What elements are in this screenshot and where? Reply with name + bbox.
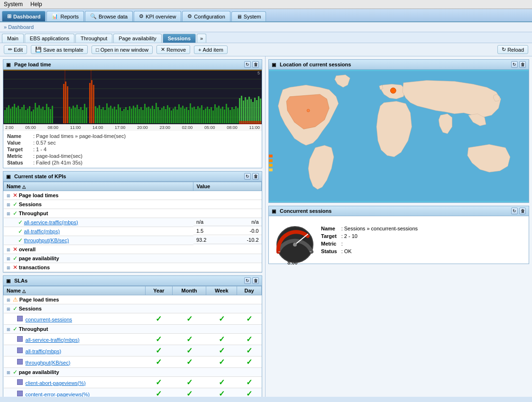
kpi-collapse-icon[interactable]: ▣	[6, 174, 10, 179]
status-icon-green: ✓	[13, 210, 18, 217]
status-icon-red: ✕	[13, 192, 18, 199]
expand-icon[interactable]: ⊞	[7, 193, 10, 198]
target-label: Target	[7, 146, 33, 152]
save-as-template-button[interactable]: 💾 Save as template	[31, 45, 88, 54]
kpi-widget: ▣ Current state of KPIs ↻ 🗑 Name △ Value	[3, 171, 262, 273]
sub-tab-page-avail[interactable]: Page availability	[113, 34, 162, 43]
sla-collapse-icon[interactable]: ▣	[6, 278, 10, 283]
kpi-link[interactable]: all-traffic(mbps)	[24, 228, 60, 234]
remove-button[interactable]: ✕ Remove	[156, 45, 190, 54]
sla-link[interactable]: content-error-pageviews(%)	[26, 392, 90, 397]
nav-tab-system[interactable]: 🖥 System	[231, 11, 266, 21]
sub-tab-more[interactable]: »	[197, 34, 206, 43]
svg-rect-12	[14, 104, 15, 123]
table-row: ⊞ ✓ Throughput	[4, 209, 262, 218]
expand-icon[interactable]: ⊞	[7, 211, 10, 216]
svg-rect-69	[133, 106, 134, 123]
sla-check-week: ✓	[206, 377, 237, 388]
svg-rect-67	[129, 106, 130, 123]
sub-tab-sessions[interactable]: Sessions	[163, 34, 196, 43]
svg-rect-89	[171, 110, 172, 123]
svg-rect-72	[138, 109, 140, 123]
breadcrumb-link[interactable]: Dashboard	[8, 24, 34, 30]
page-load-delete-btn[interactable]: 🗑	[252, 61, 259, 68]
open-new-window-button[interactable]: □ Open in new window	[92, 46, 153, 54]
concurrent-metric-value: :	[340, 240, 419, 247]
expand-icon[interactable]: ⊞	[7, 265, 10, 270]
row-label: Sessions	[19, 201, 42, 207]
kpi-refresh-btn[interactable]: ↻	[244, 173, 251, 180]
nav-tab-dashboard[interactable]: ⊞ Dashboard	[2, 11, 46, 21]
expand-icon[interactable]: ⊞	[7, 327, 10, 332]
sla-link[interactable]: all-traffic(mbps)	[26, 348, 62, 354]
kpi-delete-btn[interactable]: 🗑	[252, 173, 259, 180]
page-load-time-header: ▣ Page load time ↻ 🗑	[3, 60, 262, 70]
kpi-link[interactable]: all-service-traffic(mbps)	[24, 219, 78, 225]
row-label: Page load times	[19, 297, 59, 302]
concurrent-delete-btn[interactable]: 🗑	[519, 208, 526, 214]
row-label: overall	[19, 247, 36, 252]
sub-tab-main[interactable]: Main	[2, 34, 24, 43]
sub-tab-ebs[interactable]: EBS applications	[25, 34, 74, 43]
menu-system[interactable]: System	[4, 1, 23, 8]
sla-check-year: ✓	[146, 345, 173, 356]
sub-tab-throughput[interactable]: Throughput	[75, 34, 112, 43]
sla-table: Name △ Year Month Week Day ⊞ ⚠	[3, 286, 262, 397]
row-label: Sessions	[19, 306, 42, 311]
sla-link[interactable]: concurrent-sessions	[26, 317, 72, 322]
sla-link[interactable]: client-abort-pageviews(%)	[26, 380, 86, 386]
table-row: all-service-traffic(mbps) ✓ ✓ ✓ ✓	[4, 334, 262, 345]
sla-delete-btn[interactable]: 🗑	[252, 277, 259, 284]
table-row: ⊞ ✓ page availability	[4, 254, 262, 263]
location-refresh-btn[interactable]: ↻	[511, 61, 518, 68]
concurrent-status-label: Status	[320, 248, 339, 255]
location-collapse-icon[interactable]: ▣	[272, 62, 276, 67]
expand-icon[interactable]: ⊞	[7, 298, 10, 302]
sla-refresh-btn[interactable]: ↻	[244, 277, 251, 284]
svg-rect-54	[104, 110, 106, 123]
sla-check-day: ✓	[237, 377, 262, 388]
expand-icon[interactable]: ⊞	[7, 307, 10, 311]
page-load-chart-svg	[3, 70, 261, 124]
nav-tab-reports[interactable]: 📊 Reports	[46, 11, 84, 21]
edit-icon: ✏	[8, 46, 12, 53]
reload-button[interactable]: ↻ Reload	[497, 45, 528, 54]
sort-arrow[interactable]: △	[22, 184, 26, 189]
value-label: Value	[7, 140, 33, 146]
nav-tab-browse-data[interactable]: 🔍 Browse data	[85, 11, 133, 21]
kpi-value: n/a	[196, 219, 203, 225]
kpi-link[interactable]: throughput(KB/sec)	[24, 238, 69, 243]
nav-tab-kpi-overview[interactable]: ⚙ KPI overview	[134, 11, 181, 21]
menu-help[interactable]: Help	[30, 1, 42, 8]
edit-button[interactable]: ✏ Edit	[4, 45, 27, 54]
concurrent-collapse-icon[interactable]: ▣	[272, 209, 276, 214]
svg-rect-68	[131, 109, 132, 123]
location-title: Location of current sessions	[280, 62, 351, 67]
dashboard-icon: ⊞	[7, 13, 11, 19]
sla-link[interactable]: all-service-traffic(mbps)	[26, 337, 80, 343]
menu-bar: System Help	[0, 0, 532, 9]
row-label: Throughput	[19, 326, 48, 332]
svg-rect-105	[201, 105, 202, 123]
page-load-refresh-btn[interactable]: ↻	[244, 61, 251, 68]
expand-icon[interactable]: ⊞	[7, 247, 10, 252]
svg-rect-33	[63, 84, 64, 123]
table-row: ⊞ ✓ Sessions	[4, 200, 262, 209]
nav-tab-configuration[interactable]: ⚙ Configuration	[182, 11, 230, 21]
svg-rect-132	[252, 102, 254, 123]
expand-icon[interactable]: ⊞	[7, 256, 10, 261]
svg-rect-77	[148, 107, 149, 123]
sort-arrow[interactable]: △	[22, 289, 26, 293]
location-delete-btn[interactable]: 🗑	[519, 61, 526, 68]
table-row: ⊞ ✓ page availability	[4, 368, 262, 377]
status-icon-green: ✓	[18, 219, 23, 226]
expand-icon[interactable]: ⊞	[7, 202, 10, 207]
nav-tab-reports-label: Reports	[60, 14, 79, 19]
expand-icon[interactable]: ⊞	[7, 370, 10, 375]
concurrent-refresh-btn[interactable]: ↻	[511, 208, 518, 214]
sla-link[interactable]: throughput(KB/sec)	[26, 360, 71, 365]
page-load-collapse-icon[interactable]: ▣	[6, 62, 10, 67]
add-item-button[interactable]: + Add item	[194, 46, 228, 54]
svg-rect-53	[102, 107, 104, 123]
table-row: ⊞ ⚠ Page load times	[4, 295, 262, 304]
